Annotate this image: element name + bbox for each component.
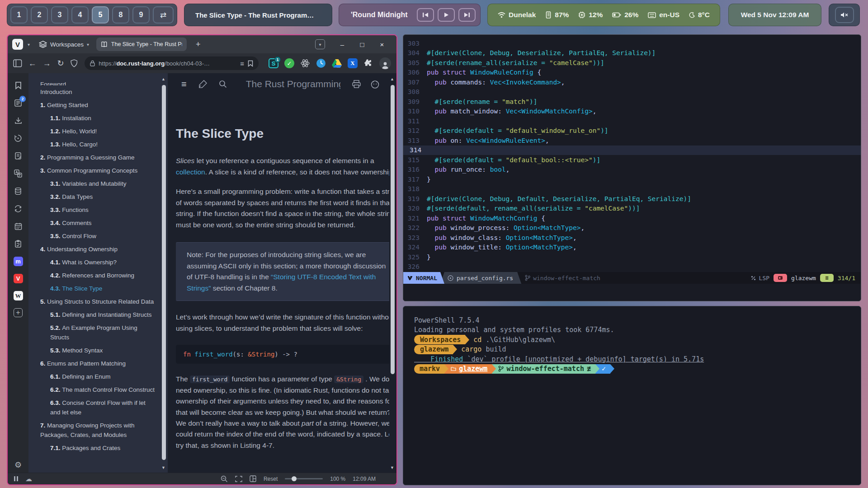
notes-panel-icon[interactable] xyxy=(13,151,23,161)
toc-item[interactable]: 1.3. Hello, Cargo! xyxy=(40,138,156,151)
toc-item[interactable]: 1.1. Installation xyxy=(40,112,156,125)
extension-check-icon[interactable]: ✓ xyxy=(284,58,294,68)
toc-item[interactable]: 6. Enums and Pattern Matching xyxy=(40,357,156,370)
browser-tab-active[interactable]: The Slice Type - The Rust Pr xyxy=(96,38,187,51)
toc-item[interactable]: 3.3. Functions xyxy=(40,203,156,216)
code-line[interactable]: 321pub struct WindowMatchConfig { xyxy=(403,213,861,223)
code-line[interactable]: 325} xyxy=(403,252,861,262)
zoom-slider-knob[interactable] xyxy=(292,476,297,481)
code-line[interactable]: 308 xyxy=(403,87,861,97)
mastodon-panel-icon[interactable]: m xyxy=(14,257,23,266)
calendar-panel-icon[interactable] xyxy=(13,221,23,231)
volume-mute-button[interactable] xyxy=(835,7,854,23)
toc-item[interactable]: 3. Common Programming Concepts xyxy=(40,164,156,177)
panel-toggle-icon[interactable] xyxy=(13,59,22,67)
extension-atom-icon[interactable] xyxy=(300,58,310,68)
sync-panel-icon[interactable] xyxy=(13,204,23,214)
drive-icon[interactable] xyxy=(332,59,342,68)
code-area[interactable]: 303304#[derive(Clone, Debug, Deserialize… xyxy=(403,35,861,272)
media-previous-button[interactable] xyxy=(417,8,434,22)
workspace-button-4[interactable]: 4 xyxy=(71,6,89,23)
x-app-icon[interactable]: X xyxy=(348,58,358,68)
zoom-slider[interactable] xyxy=(285,478,323,479)
cloud-sync-icon[interactable]: ☁ xyxy=(25,475,32,483)
extension-s-icon[interactable]: S1 xyxy=(269,58,278,68)
workspace-button-9[interactable]: 9 xyxy=(132,6,150,23)
code-line[interactable]: 316 pub run_once: bool, xyxy=(403,165,861,175)
extension-clock-icon[interactable] xyxy=(316,58,326,68)
toc-item[interactable]: 7. Managing Growing Projects with Packag… xyxy=(40,419,156,441)
toc-item[interactable]: 3.5. Control Flow xyxy=(40,230,156,243)
code-line[interactable]: 315 #[serde(default = "default_bool::<tr… xyxy=(403,155,861,165)
browser-workspaces-button[interactable]: Workspaces ▾ xyxy=(39,41,89,48)
media-next-button[interactable] xyxy=(458,8,476,22)
toc-item[interactable]: 5. Using Structs to Structure Related Da… xyxy=(40,295,156,308)
minimize-button[interactable]: – xyxy=(332,35,352,53)
zoom-reset-button[interactable]: Reset xyxy=(264,476,278,482)
history-panel-icon[interactable] xyxy=(13,133,23,143)
bookmarks-panel-icon[interactable] xyxy=(13,80,23,90)
reading-list-panel-icon[interactable]: 2 xyxy=(13,98,23,108)
toc-item[interactable]: 3.1. Variables and Mutability xyxy=(40,177,156,190)
toc-item[interactable]: 3.4. Comments xyxy=(40,216,156,230)
scroll-down-icon[interactable]: ▼ xyxy=(161,465,165,470)
print-icon[interactable] xyxy=(352,80,361,88)
address-bar[interactable]: https://doc.rust-lang.org/book/ch04-03-…… xyxy=(85,56,259,70)
tiling-icon[interactable] xyxy=(250,475,256,482)
bookmark-icon[interactable] xyxy=(248,60,253,67)
workspace-swap-button[interactable]: ⇄ xyxy=(153,6,174,23)
reload-button[interactable]: ↻ xyxy=(57,59,64,67)
vivaldi-menu-button[interactable]: V xyxy=(12,39,23,50)
reader-view-icon[interactable]: ≡ xyxy=(240,60,244,67)
code-line[interactable]: 314 xyxy=(403,145,861,155)
terminal-window[interactable]: PowerShell 7.5.4 Loading personal and sy… xyxy=(403,306,861,485)
shield-icon[interactable] xyxy=(71,59,78,67)
content-scrollbar[interactable]: ▲ ▼ xyxy=(389,73,396,473)
scroll-up-icon[interactable]: ▲ xyxy=(390,77,394,81)
toc-item[interactable]: 6.2. The match Control Flow Construct xyxy=(40,383,156,396)
code-line[interactable]: 324 pub window_title: Option<MatchType>, xyxy=(403,243,861,253)
scroll-down-icon[interactable]: ▼ xyxy=(390,465,394,470)
scroll-up-icon[interactable]: ▲ xyxy=(161,77,165,81)
workspace-button-8[interactable]: 8 xyxy=(112,6,129,23)
pause-blocker-icon[interactable] xyxy=(14,476,18,481)
code-line[interactable]: 310 pub match_window: Vec<WindowMatchCon… xyxy=(403,107,861,117)
toc-item[interactable]: 1.2. Hello, World! xyxy=(40,125,156,138)
workspace-button-5[interactable]: 5 xyxy=(92,6,109,23)
wikipedia-panel-icon[interactable]: W xyxy=(14,291,23,300)
page-zoom-icon[interactable] xyxy=(221,475,228,483)
media-play-button[interactable] xyxy=(438,8,455,22)
feeds-panel-icon[interactable] xyxy=(13,186,23,196)
toc-item[interactable]: 5.2. An Example Program Using Structs xyxy=(40,321,156,344)
toc-item[interactable]: 6.1. Defining an Enum xyxy=(40,370,156,383)
code-line[interactable]: 306pub struct WindowRuleConfig { xyxy=(403,68,861,78)
close-button[interactable]: × xyxy=(372,35,392,53)
code-line[interactable]: 304#[derive(Clone, Debug, Deserialize, P… xyxy=(403,48,861,58)
toc-item[interactable]: 4. Understanding Ownership xyxy=(40,243,156,256)
code-line[interactable]: 322 pub window_process: Option<MatchType… xyxy=(403,223,861,233)
code-line[interactable]: 317} xyxy=(403,174,861,184)
search-icon[interactable] xyxy=(219,80,227,88)
tasks-panel-icon[interactable] xyxy=(13,239,23,249)
code-line[interactable]: 319#[derive(Clone, Debug, Default, Deser… xyxy=(403,194,861,204)
workspace-button-1[interactable]: 1 xyxy=(10,6,28,23)
toc-item[interactable]: Foreword xyxy=(40,80,156,85)
code-line[interactable]: 326 xyxy=(403,262,861,272)
vivaldi-panel-icon[interactable]: V xyxy=(14,274,23,283)
code-line[interactable]: 320#[serde(default, rename_all(serialize… xyxy=(403,204,861,214)
add-panel-icon[interactable]: + xyxy=(14,308,23,317)
toc-item[interactable]: 2. Programming a Guessing Game xyxy=(40,151,156,164)
back-button[interactable]: ← xyxy=(28,59,37,67)
code-line[interactable]: 311 xyxy=(403,116,861,126)
toc-scrollbar-thumb[interactable] xyxy=(162,85,166,460)
toc-item[interactable]: 5.1. Defining and Instantiating Structs xyxy=(40,308,156,321)
toc-item[interactable]: 7.1. Packages and Crates xyxy=(40,441,156,455)
toc-item[interactable]: 4.2. References and Borrowing xyxy=(40,269,156,282)
translate-panel-icon[interactable] xyxy=(13,169,23,178)
code-line[interactable]: 305#[serde(rename_all(serialize = "camel… xyxy=(403,58,861,68)
code-line[interactable]: 307 pub commands: Vec<InvokeCommand>, xyxy=(403,77,861,87)
github-icon[interactable] xyxy=(371,80,379,89)
code-block[interactable]: fn first_word(s: &String) -> ? xyxy=(176,345,397,364)
puzzle-icon[interactable] xyxy=(363,58,373,68)
new-tab-button[interactable]: + xyxy=(196,40,201,49)
